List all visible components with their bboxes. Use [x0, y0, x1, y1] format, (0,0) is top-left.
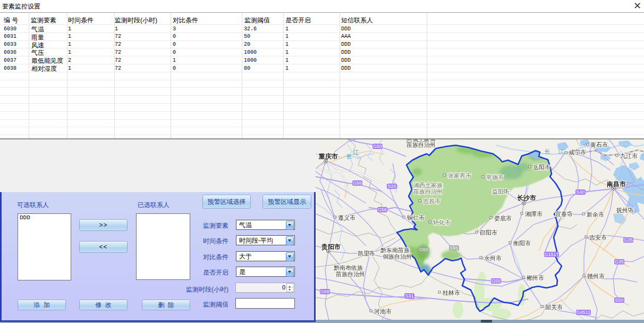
svg-text:S50: S50 — [615, 297, 623, 303]
svg-text:咸宁市: 咸宁市 — [569, 149, 586, 155]
svg-text:抚州市: 抚州市 — [616, 207, 634, 213]
svg-text:岳阳市: 岳阳市 — [533, 164, 550, 170]
svg-text:河池市: 河池市 — [374, 308, 392, 314]
svg-text:苗族自治州: 苗族自治州 — [335, 271, 365, 277]
svg-text:娄底市: 娄底市 — [494, 215, 512, 221]
svg-text:铜仁市: 铜仁市 — [407, 214, 425, 221]
svg-text:赣州市: 赣州市 — [587, 273, 605, 279]
svg-text:南昌市: 南昌市 — [606, 180, 626, 188]
svg-text:G4511: G4511 — [577, 310, 590, 315]
svg-text:湘潭市: 湘潭市 — [525, 211, 543, 217]
svg-text:怀化市: 怀化市 — [433, 219, 451, 226]
svg-text:苗族自治州: 苗族自治州 — [413, 188, 443, 195]
svg-text:九江市: 九江市 — [620, 153, 638, 159]
svg-text:S31: S31 — [405, 293, 413, 299]
svg-text:长沙市: 长沙市 — [517, 194, 536, 202]
svg-text:G55: G55 — [492, 278, 501, 284]
svg-text:S91: S91 — [450, 245, 458, 251]
svg-text:吉安市: 吉安市 — [589, 234, 607, 241]
svg-text:G1517: G1517 — [544, 252, 558, 257]
svg-text:桂林市: 桂林市 — [442, 289, 460, 296]
svg-text:G35: G35 — [615, 259, 624, 264]
svg-text:重庆市: 重庆市 — [318, 153, 338, 160]
svg-text:G69: G69 — [320, 289, 329, 294]
svg-text:郴州市: 郴州市 — [527, 275, 544, 281]
svg-text:邵阳市: 邵阳市 — [479, 229, 497, 236]
svg-text:江: 江 — [353, 149, 359, 155]
svg-text:益阳市: 益阳市 — [492, 188, 510, 195]
svg-text:侗族自治州: 侗族自治州 — [383, 253, 412, 260]
svg-text:G66: G66 — [419, 247, 428, 252]
svg-text:遵义市: 遵义市 — [338, 214, 355, 221]
svg-text:永州市: 永州市 — [484, 255, 502, 261]
svg-text:G69: G69 — [353, 180, 362, 186]
svg-text:长 江: 长 江 — [544, 148, 567, 155]
svg-text:G35: G35 — [624, 237, 633, 243]
svg-text:G50: G50 — [373, 144, 382, 149]
svg-text:衡阳市: 衡阳市 — [513, 240, 531, 246]
svg-text:长: 长 — [346, 153, 352, 160]
svg-text:S26: S26 — [387, 184, 396, 189]
svg-text:G56: G56 — [378, 207, 387, 212]
svg-text:苗族自治州: 苗族自治州 — [406, 142, 436, 148]
svg-text:常德市: 常德市 — [486, 174, 504, 180]
svg-text:黄石市: 黄石市 — [590, 142, 608, 148]
svg-text:凯里市: 凯里市 — [358, 250, 375, 256]
svg-text:湘西土家族: 湘西土家族 — [413, 182, 443, 188]
svg-text:S40: S40 — [576, 189, 584, 195]
svg-text:韶关市: 韶关市 — [545, 304, 563, 310]
svg-text:黔东南苗族: 黔东南苗族 — [380, 247, 410, 253]
svg-text:新余市: 新余市 — [587, 211, 604, 218]
svg-text:贵阳市: 贵阳市 — [321, 243, 341, 251]
svg-text:吉首市: 吉首市 — [422, 198, 440, 204]
svg-text:黔南布依族: 黔南布依族 — [334, 264, 363, 271]
svg-text:张家界市: 张家界市 — [448, 172, 471, 179]
